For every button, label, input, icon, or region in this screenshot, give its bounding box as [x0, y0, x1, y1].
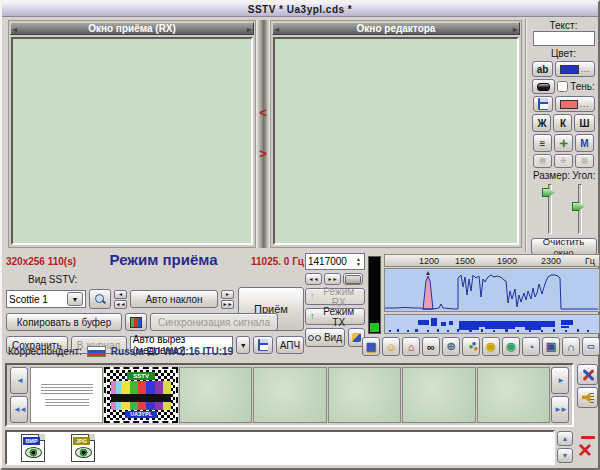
- strip-right-button[interactable]: ►: [551, 367, 569, 394]
- macro-button[interactable]: M: [575, 134, 594, 152]
- testcard-colorbars: [111, 381, 170, 410]
- afc-button[interactable]: АПЧ: [276, 336, 304, 354]
- angle-slider[interactable]: [572, 182, 586, 236]
- size-slider-thumb[interactable]: [542, 188, 555, 197]
- slant-left-fast-button[interactable]: ◄◄: [114, 300, 127, 309]
- transfer-left-arrow[interactable]: <: [259, 106, 267, 119]
- tape-button[interactable]: [343, 273, 363, 285]
- rx-arrow-icon: ↑: [310, 292, 315, 301]
- floppy-icon: [258, 339, 268, 351]
- thumbnail-empty-2[interactable]: [253, 367, 326, 423]
- slant-left-button[interactable]: ◄: [114, 290, 127, 299]
- cd-yellow-button[interactable]: ◉: [482, 337, 500, 356]
- text-tools-column: Текст: Цвет: ab ... Тень: ...: [525, 19, 598, 252]
- transfer-right-arrow[interactable]: >: [259, 147, 267, 160]
- picture-button[interactable]: [125, 313, 147, 331]
- angle-label: Угол:: [572, 170, 595, 181]
- world-search-button[interactable]: ◔: [522, 337, 540, 356]
- file-list[interactable]: BMP JPG: [5, 430, 555, 465]
- journal-button[interactable]: ▦: [362, 337, 380, 356]
- thumbnail-empty-4[interactable]: [402, 367, 475, 423]
- sstv-mode-select[interactable]: Scottie 1 ▼: [6, 290, 86, 308]
- thumbnail-empty-1[interactable]: [179, 367, 252, 423]
- thumbnail-text-template[interactable]: [30, 367, 103, 423]
- editor-image-canvas[interactable]: [273, 37, 519, 245]
- italic-button[interactable]: К: [553, 114, 572, 132]
- title-bar[interactable]: SSTV * Ua3ypl.cds *: [2, 2, 598, 17]
- frequency-down-icon[interactable]: ▼: [353, 262, 364, 267]
- cd-yellow-icon: ◉: [486, 340, 496, 353]
- forward-button[interactable]: ►►: [324, 273, 341, 285]
- editor-panel: ◂ Окно редактора ▸: [270, 20, 522, 248]
- rx-image-canvas[interactable]: [11, 37, 253, 245]
- copy-to-clipboard-button[interactable]: Копировать в буфер: [6, 313, 122, 331]
- tx-controls-column: 1417000 ▲ ▼ ◄◄ ►► ↑ Режим RX ↑ Режим TX …: [305, 253, 365, 347]
- angle-slider-thumb[interactable]: [572, 202, 585, 211]
- save-settings-button[interactable]: [253, 336, 273, 354]
- rx-panel-title: Окно приёма (RX): [88, 23, 176, 34]
- station-button[interactable]: ⌂: [402, 337, 420, 356]
- mode-title: Режим приёма: [110, 251, 218, 268]
- strip-right-fast-button[interactable]: ►►: [551, 396, 569, 423]
- sstv-mode-dropdown-arrow[interactable]: ▼: [67, 292, 83, 306]
- floppy-icon: [538, 98, 548, 110]
- strip-left-button[interactable]: ◄: [10, 367, 28, 394]
- operator-icon: ☺: [385, 341, 396, 353]
- multiline-button[interactable]: ≡: [533, 134, 552, 152]
- auto-slant-button[interactable]: Авто наклон: [130, 290, 218, 308]
- center-button[interactable]: ✛: [554, 134, 573, 152]
- rx-panel-header: ◂ Окно приёма (RX) ▸: [10, 22, 254, 35]
- globe-button[interactable]: ⊕: [442, 337, 460, 356]
- frequency-spinner[interactable]: 1417000 ▲ ▼: [305, 253, 365, 270]
- picture-view-button[interactable]: ▣: [542, 337, 560, 356]
- overlay-text-input[interactable]: [533, 31, 595, 46]
- ab-style-button[interactable]: ab: [532, 61, 554, 77]
- tx-arrow-icon: ↑: [310, 312, 315, 321]
- operator-button[interactable]: ☺: [382, 337, 400, 356]
- unit-hz: Гц: [585, 256, 595, 266]
- file-item-jpg[interactable]: JPG: [71, 434, 95, 462]
- search-button[interactable]: ∞: [422, 337, 440, 356]
- rx-controls-block: 320x256 110(s) Режим приёма 11025. 0 Гц …: [6, 251, 304, 354]
- strip-left-fast-button[interactable]: ◄◄: [10, 396, 28, 423]
- view-button[interactable]: Вид: [305, 328, 345, 347]
- size-slider[interactable]: [542, 182, 556, 236]
- rewind-button[interactable]: ◄◄: [305, 273, 322, 285]
- bold-button[interactable]: Ж: [532, 114, 551, 132]
- app-window: SSTV * Ua3ypl.cds * ◂ Окно приёма (RX) ▸…: [0, 0, 600, 470]
- clear-window-button[interactable]: Очистить окно: [531, 238, 597, 255]
- spectrum-display[interactable]: [384, 268, 600, 312]
- file-scroll-down-button[interactable]: ▼: [557, 448, 573, 463]
- slant-right-button[interactable]: ►: [221, 290, 234, 299]
- file-item-bmp[interactable]: BMP: [21, 434, 45, 462]
- zoom-button[interactable]: [89, 289, 111, 309]
- thumbnail-empty-3[interactable]: [328, 367, 401, 423]
- file-scroll-up-button[interactable]: ▲: [557, 431, 573, 446]
- alarm-button[interactable]: ∩: [562, 337, 580, 356]
- settings-button[interactable]: [577, 364, 598, 385]
- panel-icon: ▭: [587, 342, 595, 351]
- spectrum-scale: 1200 1500 1900 2300 Гц: [384, 254, 600, 267]
- binoculars-icon: ∞: [427, 341, 435, 353]
- mode-tx-button[interactable]: ↑ Режим TX: [305, 308, 365, 325]
- testcard-callsign-bottom: UA3YPL: [125, 411, 157, 418]
- tape-icon: [345, 275, 361, 284]
- panel-button[interactable]: ▭: [582, 337, 600, 356]
- thumbnail-empty-5[interactable]: [477, 367, 550, 423]
- slant-right-fast-button[interactable]: ►►: [221, 300, 234, 309]
- colors-button[interactable]: ●: [462, 337, 480, 356]
- text-color-swatch-icon: [560, 65, 578, 74]
- delete-file-button[interactable]: ×: [578, 438, 592, 462]
- color-label: Цвет:: [551, 48, 576, 59]
- cd-green-button[interactable]: ◉: [502, 337, 520, 356]
- text-color-button[interactable]: ...: [555, 61, 595, 77]
- waterfall-display[interactable]: [384, 314, 600, 334]
- text-background-button[interactable]: [532, 79, 555, 94]
- shadow-checkbox[interactable]: [557, 81, 568, 92]
- wide-button[interactable]: Ш: [574, 114, 594, 132]
- auto-crop-dropdown-arrow[interactable]: ▼: [236, 336, 250, 354]
- shadow-color-button[interactable]: ...: [555, 96, 595, 112]
- thumbnail-testcard-selected[interactable]: SSTV UA3YPL: [104, 367, 177, 423]
- save-text-button[interactable]: [533, 96, 553, 112]
- sound-button[interactable]: [577, 387, 598, 408]
